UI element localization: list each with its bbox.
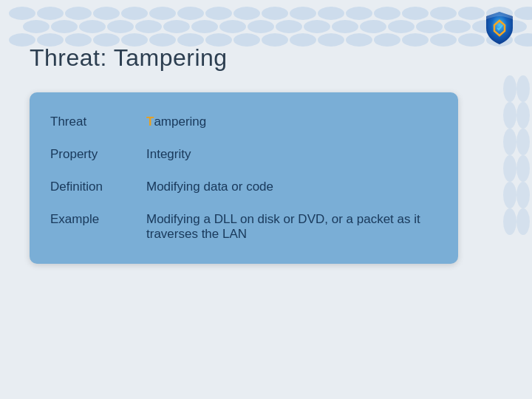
main-content: Threat: Tampering Threat Tampering Prope… <box>0 0 532 293</box>
definition-value: Modifying data or code <box>146 180 437 194</box>
shield-icon <box>480 9 519 47</box>
property-row: Property Integrity <box>50 140 437 169</box>
threat-highlight-t: T <box>146 115 154 129</box>
definition-row: Definition Modifying data or code <box>50 172 437 202</box>
threat-row: Threat Tampering <box>50 107 437 137</box>
info-card: Threat Tampering Property Integrity Defi… <box>30 92 458 264</box>
example-value: Modifying a DLL on disk or DVD, or a pac… <box>146 212 437 242</box>
page-title: Threat: Tampering <box>30 44 502 72</box>
threat-label: Threat <box>50 115 146 129</box>
property-value: Integrity <box>146 147 437 162</box>
threat-value: Tampering <box>146 115 437 129</box>
definition-label: Definition <box>50 180 146 194</box>
example-label: Example <box>50 212 146 227</box>
example-row: Example Modifying a DLL on disk or DVD, … <box>50 205 437 249</box>
property-label: Property <box>50 147 146 162</box>
